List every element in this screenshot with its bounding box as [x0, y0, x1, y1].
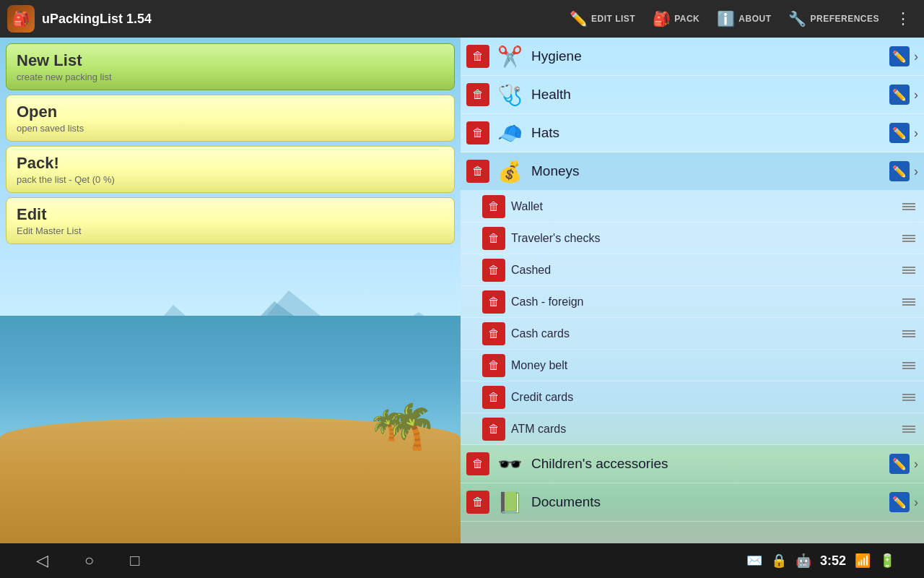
lock-icon: 🔒	[771, 553, 787, 569]
wifi-icon: 📶	[855, 553, 871, 569]
category-row-0[interactable]: 🗑 ✂️ Hygiene ✏️ ›	[461, 38, 924, 76]
right-panel[interactable]: 🗑 ✂️ Hygiene ✏️ › 🗑 🩺 Health ✏️ › 🗑 🧢 Ha…	[461, 38, 924, 543]
pack-icon: 🎒	[653, 10, 671, 27]
time-display: 3:52	[820, 553, 846, 569]
app-icon: 🎒	[7, 5, 35, 33]
edit-category-button[interactable]: ✏️	[889, 161, 910, 181]
recents-button[interactable]: □	[123, 548, 147, 573]
sub-item-row-3-2[interactable]: 🗑 Cashed	[461, 254, 924, 286]
delete-category-button[interactable]: 🗑	[466, 160, 489, 183]
system-icons: ✉️ 🔒 🤖 3:52 📶 🔋	[746, 553, 895, 569]
menu-card-edit[interactable]: Edit Edit Master List	[6, 197, 455, 244]
sub-item-row-3-4[interactable]: 🗑 Cash cards	[461, 318, 924, 350]
delete-subitem-button[interactable]: 🗑	[482, 418, 505, 441]
pack-label: PACK	[674, 14, 699, 24]
battery-icon: 🔋	[879, 553, 895, 569]
edit-category-button[interactable]: ✏️	[889, 492, 910, 512]
delete-subitem-button[interactable]: 🗑	[482, 227, 505, 250]
chevron-right-icon: ›	[914, 457, 918, 472]
main-content: 🌴 🌴 New List create new packing list Ope…	[0, 38, 924, 543]
edit-category-button[interactable]: ✏️	[889, 46, 910, 66]
about-icon: ℹ️	[717, 10, 735, 27]
delete-subitem-button[interactable]: 🗑	[482, 322, 505, 345]
delete-subitem-button[interactable]: 🗑	[482, 290, 505, 314]
sub-item-name: Traveler's checks	[511, 232, 899, 245]
sub-item-row-3-0[interactable]: 🗑 Wallet	[461, 191, 924, 223]
category-icon: 🩺	[495, 80, 524, 109]
menu-card-open[interactable]: Open open saved lists	[6, 95, 455, 142]
delete-category-button[interactable]: 🗑	[466, 121, 489, 144]
home-button[interactable]: ○	[77, 548, 101, 573]
sub-item-row-3-6[interactable]: 🗑 Credit cards	[461, 381, 924, 413]
category-name: Children's accessories	[531, 456, 885, 472]
app-title: uPackingList 1.54	[42, 12, 562, 27]
category-name: Hats	[531, 125, 885, 141]
delete-category-button[interactable]: 🗑	[466, 83, 489, 106]
preferences-button[interactable]: 🔧 PREFERENCES	[781, 7, 886, 31]
sub-item-name: Cash cards	[511, 327, 899, 340]
sub-item-name: Wallet	[511, 200, 899, 213]
sub-item-row-3-5[interactable]: 🗑 Money belt	[461, 350, 924, 381]
category-icon: 🕶️	[495, 449, 524, 478]
category-icon: 📗	[495, 488, 524, 517]
menu-card-subtitle: pack the list - Qet (0 %)	[17, 174, 444, 185]
preferences-icon: 🔧	[788, 10, 806, 27]
about-label: ABOUT	[738, 14, 771, 24]
category-row-4[interactable]: 🗑 🕶️ Children's accessories ✏️ ›	[461, 445, 924, 483]
edit-category-button[interactable]: ✏️	[889, 454, 910, 474]
menu-card-title: Open	[17, 103, 444, 121]
edit-list-label: EDIT LIST	[591, 14, 635, 24]
drag-handle[interactable]	[899, 232, 918, 245]
back-button[interactable]: ◁	[29, 548, 56, 573]
bottom-bar: ◁ ○ □ ✉️ 🔒 🤖 3:52 📶 🔋	[0, 543, 924, 578]
delete-subitem-button[interactable]: 🗑	[482, 354, 505, 377]
edit-list-icon: ✏️	[570, 10, 588, 27]
delete-category-button[interactable]: 🗑	[466, 45, 489, 68]
menu-card-title: Edit	[17, 205, 444, 224]
category-row-3[interactable]: 🗑 💰 Moneys ✏️ ›	[461, 152, 924, 191]
menu-card-subtitle: Edit Master List	[17, 225, 444, 236]
drag-handle[interactable]	[899, 264, 918, 277]
drag-handle[interactable]	[899, 423, 918, 436]
drag-handle[interactable]	[899, 359, 918, 372]
chevron-right-icon: ›	[914, 49, 918, 64]
delete-subitem-button[interactable]: 🗑	[482, 195, 505, 218]
top-actions: ✏️ EDIT LIST 🎒 PACK ℹ️ ABOUT 🔧 PREFERENC…	[562, 6, 917, 32]
drag-handle[interactable]	[899, 391, 918, 404]
more-options-button[interactable]: ⋮	[889, 6, 917, 32]
sub-item-row-3-7[interactable]: 🗑 ATM cards	[461, 413, 924, 445]
edit-category-button[interactable]: ✏️	[889, 85, 910, 105]
category-row-5[interactable]: 🗑 📗 Documents ✏️ ›	[461, 483, 924, 522]
category-row-1[interactable]: 🗑 🩺 Health ✏️ ›	[461, 76, 924, 114]
drag-handle[interactable]	[899, 200, 918, 213]
menu-card-new-list[interactable]: New List create new packing list	[6, 43, 455, 90]
category-name: Hygiene	[531, 48, 885, 64]
gmail-icon: ✉️	[746, 553, 762, 569]
sub-item-row-3-3[interactable]: 🗑 Cash - foreign	[461, 286, 924, 318]
sub-item-row-3-1[interactable]: 🗑 Traveler's checks	[461, 223, 924, 254]
sub-item-name: Money belt	[511, 359, 899, 372]
menu-card-subtitle: open saved lists	[17, 123, 444, 134]
category-list: 🗑 ✂️ Hygiene ✏️ › 🗑 🩺 Health ✏️ › 🗑 🧢 Ha…	[461, 38, 924, 522]
category-name: Health	[531, 87, 885, 103]
about-button[interactable]: ℹ️ ABOUT	[710, 7, 778, 31]
palm-tree2-icon: 🌴	[369, 408, 405, 442]
delete-category-button[interactable]: 🗑	[466, 491, 489, 514]
drag-handle[interactable]	[899, 327, 918, 340]
category-icon: 💰	[495, 157, 524, 186]
menu-card-pack-[interactable]: Pack! pack the list - Qet (0 %)	[6, 146, 455, 193]
pack-button[interactable]: 🎒 PACK	[645, 7, 707, 31]
category-name: Documents	[531, 494, 885, 510]
menu-card-title: New List	[17, 51, 444, 70]
delete-subitem-button[interactable]: 🗑	[482, 386, 505, 409]
edit-list-button[interactable]: ✏️ EDIT LIST	[562, 7, 642, 31]
sub-item-name: ATM cards	[511, 423, 899, 436]
category-icon: 🧢	[495, 118, 524, 147]
delete-category-button[interactable]: 🗑	[466, 452, 489, 475]
delete-subitem-button[interactable]: 🗑	[482, 259, 505, 282]
drag-handle[interactable]	[899, 296, 918, 309]
category-icon: ✂️	[495, 42, 524, 71]
category-row-2[interactable]: 🗑 🧢 Hats ✏️ ›	[461, 114, 924, 152]
edit-category-button[interactable]: ✏️	[889, 123, 910, 143]
chevron-right-icon: ›	[914, 126, 918, 141]
